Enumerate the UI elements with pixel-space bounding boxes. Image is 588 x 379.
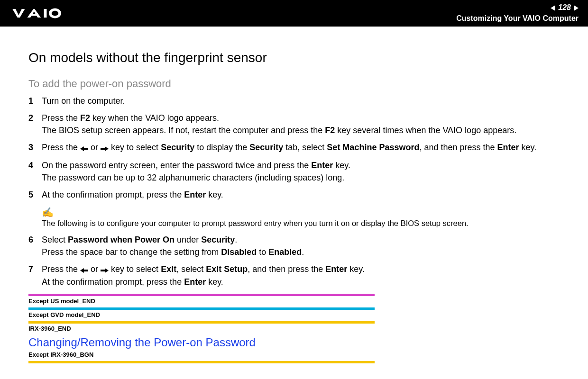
text: The password can be up to 32 alphanumeri…	[42, 173, 344, 182]
text: key.	[519, 143, 537, 152]
bold: Exit Setup	[206, 264, 248, 274]
header-right: 128 Customizing Your VAIO Computer	[456, 3, 579, 24]
arrow-right-icon	[101, 142, 109, 154]
marker-bar-magenta	[28, 294, 375, 296]
steps-list: Turn on the computer. Press the F2 key w…	[28, 95, 560, 201]
nav-next-icon[interactable]	[574, 5, 579, 11]
text: Press the	[42, 143, 80, 152]
step-body: Press the or key to select Security to d…	[42, 141, 560, 154]
text: tab, select	[283, 143, 327, 152]
key-enter: Enter	[311, 161, 333, 170]
step-body: On the password entry screen, enter the …	[42, 159, 560, 184]
nav-arrows: 128	[551, 3, 579, 13]
note-icon: ✍	[42, 207, 560, 218]
text: Press the space bar to change the settin…	[42, 247, 221, 257]
step-4: On the password entry screen, enter the …	[28, 159, 560, 184]
step-2: Press the F2 key when the VAIO logo appe…	[28, 112, 560, 136]
text: to	[257, 247, 268, 257]
key-enter: Enter	[325, 264, 347, 274]
marker-bar-yellow	[28, 361, 375, 363]
header-bar: 128 Customizing Your VAIO Computer	[0, 0, 588, 27]
text: or	[88, 143, 101, 152]
bold: Password when Power On	[68, 235, 175, 244]
breadcrumb: Customizing Your VAIO Computer	[456, 14, 579, 24]
text: key to select	[109, 264, 161, 274]
step-body: At the confirmation prompt, press the En…	[42, 189, 560, 201]
marker-bar-cyan	[28, 307, 375, 310]
step-3: Press the or key to select Security to d…	[28, 141, 560, 154]
text: under	[175, 235, 201, 244]
text: key.	[206, 277, 223, 287]
marker-label: Except GVD model_END	[28, 311, 375, 318]
step-7: Press the or key to select Exit, select …	[28, 263, 560, 288]
text: The BIOS setup screen appears. If not, r…	[42, 126, 325, 135]
text: Press the	[42, 113, 80, 123]
marker-label: Except IRX-3960_BGN	[28, 351, 375, 358]
vaio-logo	[9, 7, 76, 19]
svg-rect-0	[44, 9, 47, 18]
subheading: To add the power-on password	[28, 78, 560, 90]
bold: Security	[201, 235, 235, 244]
text: key.	[206, 190, 223, 199]
bold: Security	[249, 143, 283, 152]
text: , select	[176, 264, 206, 274]
bold: Exit	[161, 264, 176, 274]
nav-prev-icon[interactable]	[551, 5, 555, 11]
text: , and then press the	[248, 264, 325, 274]
note-text: The following is to configure your compu…	[42, 219, 469, 227]
changing-heading: Changing/Removing the Power-on Password	[28, 336, 375, 349]
text: Select	[42, 235, 68, 244]
note-block: ✍ The following is to configure your com…	[42, 207, 560, 228]
arrow-right-icon	[101, 263, 109, 276]
text: Press the	[42, 264, 80, 274]
section-heading: On models without the fingerprint sensor	[28, 50, 560, 65]
text: key.	[333, 161, 350, 170]
text: key to select	[109, 143, 161, 152]
page-number: 128	[558, 3, 571, 13]
step-1: Turn on the computer.	[28, 95, 560, 107]
marker-label: IRX-3960_END	[28, 325, 375, 332]
bold: Set Machine Password	[327, 143, 419, 152]
key-f2: F2	[325, 126, 335, 135]
text: , and then press the	[419, 143, 497, 152]
bold: Security	[161, 143, 194, 152]
key-f2: F2	[80, 113, 90, 123]
bold: Disabled	[221, 247, 257, 257]
text: .	[235, 235, 237, 244]
steps-list-cont: Select Password when Power On under Secu…	[28, 234, 560, 289]
text: .	[302, 247, 304, 257]
step-5: At the confirmation prompt, press the En…	[28, 189, 560, 201]
arrow-left-icon	[80, 263, 88, 276]
key-enter: Enter	[184, 277, 206, 287]
step-body: Select Password when Power On under Secu…	[42, 234, 560, 258]
text: or	[88, 264, 101, 274]
text: At the confirmation prompt, press the	[42, 277, 184, 287]
text: On the password entry screen, enter the …	[42, 161, 311, 170]
marker-bar-yellow	[28, 321, 375, 324]
marker-label: Except US model_END	[28, 298, 375, 305]
text: key.	[347, 264, 365, 274]
text: to display the	[194, 143, 249, 152]
step-body: Press the or key to select Exit, select …	[42, 263, 560, 288]
markers: Except US model_END Except GVD model_END…	[28, 294, 375, 363]
bold: Enabled	[268, 247, 302, 257]
step-6: Select Password when Power On under Secu…	[28, 234, 560, 258]
arrow-left-icon	[80, 142, 88, 154]
key-enter: Enter	[184, 190, 206, 199]
key-enter: Enter	[497, 143, 519, 152]
step-body: Turn on the computer.	[42, 95, 560, 107]
text: At the confirmation prompt, press the	[42, 190, 184, 199]
text: key several times when the VAIO logo app…	[335, 126, 516, 135]
content: On models without the fingerprint sensor…	[0, 27, 588, 363]
text: key when the VAIO logo appears.	[90, 113, 219, 123]
step-body: Press the F2 key when the VAIO logo appe…	[42, 112, 560, 136]
